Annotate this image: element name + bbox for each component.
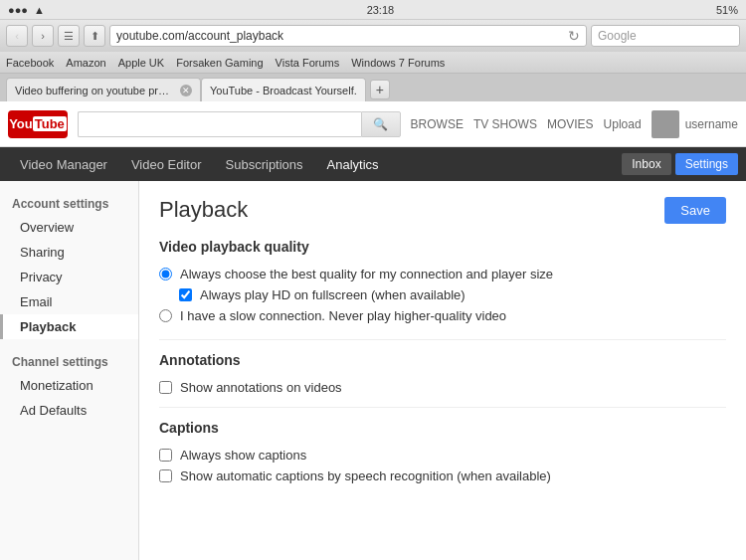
tab-label-active: YouTube - Broadcast Yourself.	[210, 85, 357, 96]
option-hd: Always play HD on fullscreen (when avail…	[179, 287, 726, 302]
url-bar[interactable]: youtube.com/account_playback ↻	[109, 25, 587, 47]
sidebar-item-sharing[interactable]: Sharing	[0, 240, 138, 265]
video-quality-options: Always choose the best quality for my co…	[159, 267, 726, 323]
upload-link[interactable]: Upload	[604, 117, 642, 131]
caption-auto-label: Show automatic captions by speech recogn…	[180, 468, 551, 483]
nav-subscriptions[interactable]: Subscriptions	[214, 147, 315, 181]
yt-logo: YouTube	[8, 110, 68, 138]
bookmark-forsaken[interactable]: Forsaken Gaming	[176, 57, 263, 69]
browse-link[interactable]: BROWSE	[411, 117, 464, 131]
account-settings-title: Account settings	[0, 191, 138, 215]
yt-sidebar: Account settings Overview Sharing Privac…	[0, 181, 139, 560]
bookmark-facebook[interactable]: Facebook	[6, 57, 54, 69]
checkbox-caption-always[interactable]	[159, 449, 172, 462]
back-button[interactable]: ‹	[6, 25, 28, 47]
annotation-show-option: Show annotations on videos	[159, 380, 726, 395]
reload-icon[interactable]: ↻	[568, 28, 580, 44]
bookmark-apple[interactable]: Apple UK	[118, 57, 164, 69]
tab-youtube[interactable]: YouTube - Broadcast Yourself.	[201, 78, 366, 101]
radio-best[interactable]	[159, 268, 172, 280]
yt-header-nav: BROWSE TV SHOWS MOVIES Upload	[411, 117, 642, 131]
forward-button[interactable]: ›	[32, 25, 54, 47]
yt-header: YouTube 🔍 BROWSE TV SHOWS MOVIES Upload …	[0, 101, 746, 147]
video-quality-title: Video playback quality	[159, 239, 726, 255]
sidebar-item-playback[interactable]: Playback	[0, 314, 138, 339]
bookmark-windows7[interactable]: Windows 7 Forums	[351, 57, 445, 69]
status-time: 23:18	[367, 4, 395, 16]
page-title: Playback	[159, 197, 726, 223]
save-button[interactable]: Save	[664, 197, 726, 224]
nav-video-manager[interactable]: Video Manager	[8, 147, 119, 181]
yt-nav-bar: Video Manager Video Editor Subscriptions…	[0, 147, 746, 181]
caption-auto-option: Show automatic captions by speech recogn…	[159, 468, 726, 483]
status-bar: ●●● ▲ 23:18 51%	[0, 0, 746, 20]
reader-button[interactable]: ☰	[58, 25, 80, 47]
yt-main: Account settings Overview Sharing Privac…	[0, 181, 746, 560]
nav-analytics[interactable]: Analytics	[315, 147, 391, 181]
url-text: youtube.com/account_playback	[116, 29, 568, 43]
bookmarks-bar: Video Manager Facebook Amazon Apple UK F…	[0, 52, 746, 74]
option-slow: I have a slow connection. Never play hig…	[159, 308, 726, 323]
option-slow-label: I have a slow connection. Never play hig…	[180, 308, 506, 323]
logo-you: You	[9, 116, 33, 131]
yt-search-input[interactable]	[78, 111, 361, 137]
channel-settings-title: Channel settings	[0, 349, 138, 373]
radio-slow[interactable]	[159, 309, 172, 322]
tab-close-windows7[interactable]: ✕	[180, 85, 192, 96]
checkbox-hd[interactable]	[179, 288, 192, 301]
sidebar-item-ad-defaults[interactable]: Ad Defaults	[0, 398, 138, 423]
search-placeholder: Google	[598, 29, 637, 43]
inbox-button[interactable]: Inbox	[622, 153, 670, 175]
caption-always-option: Always show captions	[159, 448, 726, 463]
yt-user-area: username	[652, 110, 738, 138]
option-best-quality: Always choose the best quality for my co…	[159, 267, 726, 281]
captions-title: Captions	[159, 420, 726, 436]
yt-search-bar: 🔍	[78, 111, 401, 137]
annotations-title: Annotations	[159, 352, 726, 368]
username-label: username	[685, 117, 738, 131]
tabs-bar: Video buffering on youtube problem - Win…	[0, 74, 746, 101]
signal-icon: ●●●	[8, 4, 28, 16]
wifi-icon: ▲	[34, 4, 45, 16]
movies-link[interactable]: MOVIES	[547, 117, 594, 131]
youtube-page: YouTube 🔍 BROWSE TV SHOWS MOVIES Upload …	[0, 101, 746, 560]
option-best-label: Always choose the best quality for my co…	[180, 267, 553, 281]
status-left: ●●● ▲	[8, 4, 45, 16]
search-bar[interactable]: Google	[591, 25, 740, 47]
share-button[interactable]: ⬆	[84, 25, 105, 47]
yt-search-button[interactable]: 🔍	[361, 111, 401, 137]
bookmark-amazon[interactable]: Amazon	[66, 57, 105, 69]
nav-video-editor[interactable]: Video Editor	[119, 147, 214, 181]
settings-button[interactable]: Settings	[675, 153, 738, 175]
checkbox-annotations[interactable]	[159, 381, 172, 394]
bookmark-vista[interactable]: Vista Forums	[276, 57, 340, 69]
battery-level: 51%	[716, 4, 738, 16]
yt-avatar	[652, 110, 679, 138]
option-hd-label: Always play HD on fullscreen (when avail…	[200, 287, 466, 302]
browser-nav-bar: ‹ › ☰ ⬆ youtube.com/account_playback ↻ G…	[0, 20, 746, 52]
yt-content: Save Playback Video playback quality Alw…	[139, 181, 746, 560]
tab-windows7[interactable]: Video buffering on youtube problem - Win…	[6, 78, 201, 101]
tab-label: Video buffering on youtube problem - Win…	[15, 85, 174, 96]
sidebar-item-email[interactable]: Email	[0, 289, 138, 314]
tv-shows-link[interactable]: TV SHOWS	[473, 117, 537, 131]
new-tab-button[interactable]: +	[370, 80, 390, 99]
sidebar-item-monetization[interactable]: Monetization	[0, 373, 138, 398]
logo-tube: Tube	[33, 116, 67, 131]
status-right: 51%	[716, 4, 738, 16]
sidebar-item-overview[interactable]: Overview	[0, 215, 138, 240]
checkbox-caption-auto[interactable]	[159, 469, 172, 482]
annotation-show-label: Show annotations on videos	[180, 380, 342, 395]
caption-always-label: Always show captions	[180, 448, 306, 463]
sidebar-item-privacy[interactable]: Privacy	[0, 265, 138, 289]
